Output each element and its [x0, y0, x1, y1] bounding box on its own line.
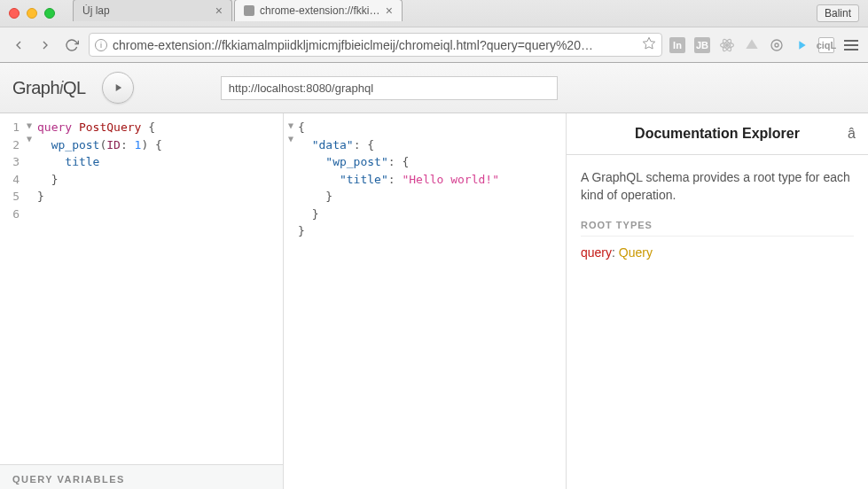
- fold-arrow-icon[interactable]: ▼: [27, 132, 37, 145]
- logo-text: QL: [63, 78, 86, 97]
- window-titlebar: Új lap × chrome-extension://fkkiam × Bal…: [0, 0, 868, 27]
- token-field: title: [65, 155, 99, 168]
- extension-ciql-icon[interactable]: ciqL: [818, 37, 834, 53]
- query-variables-header[interactable]: Query Variables: [0, 464, 283, 489]
- token-punct: {: [298, 120, 305, 134]
- token-json-key: "title": [340, 173, 388, 186]
- token-string: "Hello world!": [402, 173, 499, 186]
- token-json-key: "data": [312, 138, 354, 151]
- docs-title: Documentation Explorer: [635, 126, 800, 142]
- address-bar[interactable]: i chrome-extension://fkkiamalmpiidkljmic…: [89, 33, 662, 57]
- svg-point-1: [726, 43, 729, 46]
- fold-arrow-icon[interactable]: ▼: [27, 119, 37, 132]
- extension-favicon-icon: [244, 5, 254, 16]
- result-fold-gutter: ▼ ▼: [284, 119, 298, 489]
- token-punct: }: [298, 224, 305, 237]
- docs-header: Documentation Explorer â: [567, 113, 868, 155]
- token-definition: PostQuery: [79, 120, 141, 134]
- line-number: 2: [0, 136, 20, 154]
- tab-title: chrome-extension://fkkiam: [260, 4, 380, 17]
- docs-description: A GraphQL schema provides a root type fo…: [581, 169, 854, 204]
- svg-point-5: [771, 40, 782, 50]
- graphiql-app: GraphiQL 1 2 3 4 5 6 ▼ ▼: [0, 63, 868, 489]
- token-punct: ): [141, 138, 148, 151]
- token-argument: ID: [106, 138, 121, 151]
- token-punct: {: [367, 138, 374, 151]
- root-field-name[interactable]: query: [581, 245, 612, 260]
- svg-point-6: [775, 43, 778, 47]
- site-info-icon[interactable]: i: [95, 39, 107, 51]
- graphiql-logo: GraphiQL: [12, 78, 86, 98]
- browser-chrome: Új lap × chrome-extension://fkkiam × Bal…: [0, 0, 868, 63]
- extension-drive-icon[interactable]: [744, 37, 760, 53]
- hamburger-icon: [844, 40, 858, 50]
- traffic-lights: [9, 8, 55, 19]
- logo-text: Graph: [12, 78, 59, 97]
- token-field: wp_post: [51, 138, 100, 151]
- root-type-entry: query: Query: [581, 245, 854, 260]
- token-punct: :: [388, 173, 395, 186]
- line-number: 6: [0, 206, 20, 223]
- close-tab-icon[interactable]: ×: [386, 4, 393, 17]
- root-type-link[interactable]: Query: [619, 245, 653, 260]
- colon: :: [612, 245, 619, 260]
- fold-gutter: ▼ ▼: [27, 119, 37, 464]
- token-keyword: query: [37, 120, 72, 134]
- back-button[interactable]: [9, 35, 28, 55]
- token-punct: }: [37, 190, 44, 203]
- token-punct: {: [402, 155, 409, 168]
- docs-search-icon[interactable]: â: [848, 126, 856, 142]
- root-types-label: root types: [581, 220, 854, 237]
- query-editor[interactable]: 1 2 3 4 5 6 ▼ ▼ query PostQuery { wp_pos…: [0, 113, 283, 464]
- svg-marker-0: [643, 37, 654, 49]
- endpoint-input[interactable]: [221, 76, 558, 100]
- query-editor-pane: 1 2 3 4 5 6 ▼ ▼ query PostQuery { wp_pos…: [0, 113, 284, 489]
- line-gutter: 1 2 3 4 5 6: [0, 119, 27, 464]
- nav-bar: i chrome-extension://fkkiamalmpiidkljmic…: [0, 27, 868, 62]
- extension-react-icon[interactable]: [719, 37, 735, 53]
- line-number: 3: [0, 153, 20, 171]
- tab-strip: Új lap × chrome-extension://fkkiam ×: [73, 5, 404, 21]
- reload-button[interactable]: [62, 35, 82, 55]
- token-punct: :: [354, 138, 361, 151]
- extension-icons: In JB ciqL: [669, 37, 859, 53]
- extension-jb-icon[interactable]: JB: [694, 37, 710, 53]
- token-punct: }: [51, 173, 59, 186]
- forward-button[interactable]: [35, 35, 55, 55]
- fold-arrow-icon[interactable]: ▼: [284, 119, 298, 132]
- tab-title: Új lap: [82, 4, 210, 17]
- graphiql-toolbar: GraphiQL: [0, 63, 868, 113]
- line-number: 5: [0, 188, 20, 206]
- bookmark-star-icon[interactable]: [642, 36, 656, 53]
- extension-in-icon[interactable]: In: [669, 37, 685, 53]
- extension-play-icon[interactable]: [794, 37, 809, 53]
- close-window-button[interactable]: [9, 8, 20, 19]
- token-punct: }: [325, 190, 332, 203]
- documentation-explorer: Documentation Explorer â A GraphQL schem…: [567, 113, 868, 489]
- execute-query-button[interactable]: [102, 72, 134, 104]
- browser-menu-button[interactable]: [843, 37, 859, 53]
- docs-body: A GraphQL schema provides a root type fo…: [567, 155, 868, 274]
- graphiql-panes: 1 2 3 4 5 6 ▼ ▼ query PostQuery { wp_pos…: [0, 113, 868, 489]
- browser-tab[interactable]: Új lap ×: [73, 0, 232, 21]
- browser-tab[interactable]: chrome-extension://fkkiam ×: [234, 0, 403, 21]
- result-code[interactable]: { "data": { "wp_post": { "title": "Hello…: [298, 119, 566, 489]
- token-punct: {: [148, 120, 155, 134]
- token-punct: }: [312, 207, 319, 221]
- token-punct: :: [121, 138, 128, 151]
- token-punct: :: [388, 155, 395, 168]
- extension-circle-icon[interactable]: [769, 37, 785, 53]
- token-json-key: "wp_post": [325, 155, 387, 168]
- fold-arrow-icon[interactable]: ▼: [284, 132, 298, 145]
- query-code[interactable]: query PostQuery { wp_post(ID: 1) { title…: [37, 119, 283, 464]
- profile-badge[interactable]: Balint: [817, 4, 859, 22]
- token-punct: {: [155, 138, 162, 151]
- line-number: 4: [0, 171, 20, 189]
- close-tab-icon[interactable]: ×: [215, 4, 223, 17]
- line-number: 1: [0, 119, 20, 136]
- maximize-window-button[interactable]: [44, 8, 55, 19]
- url-text: chrome-extension://fkkiamalmpiidkljmicmj…: [113, 38, 637, 52]
- minimize-window-button[interactable]: [27, 8, 37, 19]
- result-pane: ▼ ▼ { "data": { "wp_post": { "title": "H…: [284, 113, 567, 489]
